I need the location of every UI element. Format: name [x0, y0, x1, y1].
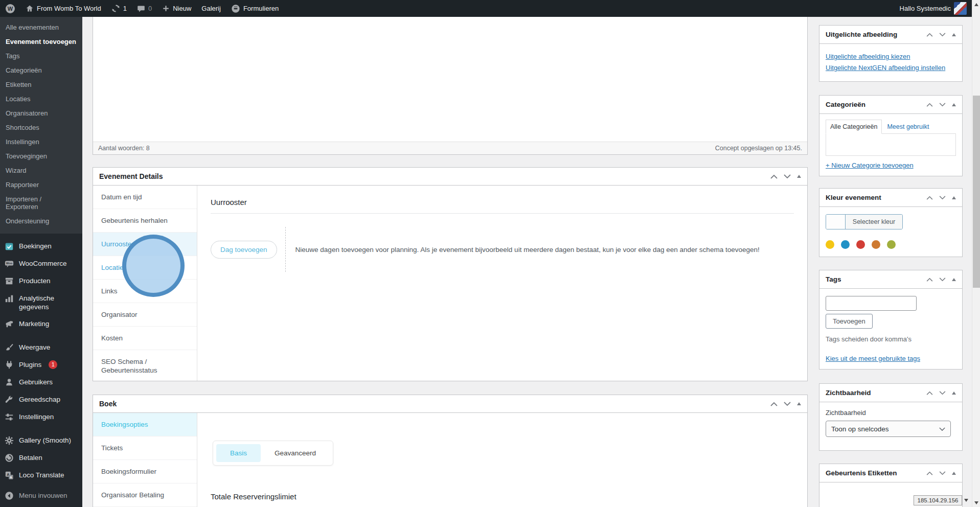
- sidebar-item-importeren-exporteren[interactable]: Importeren / Exporteren: [0, 192, 61, 214]
- move-up-icon[interactable]: [926, 196, 933, 200]
- tab-most-used[interactable]: Meest gebruikt: [882, 120, 934, 133]
- choose-tags-link[interactable]: Kies uit de meest gebruikte tags: [826, 355, 920, 362]
- sidebar-item-plugins[interactable]: Plugins 1: [0, 356, 82, 374]
- move-up-icon[interactable]: [926, 33, 933, 37]
- sidebar-item-rapporteer[interactable]: Rapporteer: [0, 178, 82, 192]
- sidebar-item-instellingen[interactable]: Instellingen: [0, 408, 82, 426]
- color-dot-yellow[interactable]: [826, 240, 834, 249]
- panel-header[interactable]: Tags: [819, 270, 962, 289]
- sidebar-item-instellingen-sub[interactable]: Instellingen: [0, 135, 82, 149]
- sidebar-item-woocommerce[interactable]: Woo WooCommerce: [0, 255, 82, 272]
- collapse-menu-button[interactable]: Menu invouwen: [0, 487, 82, 504]
- page-scrollbar[interactable]: [972, 0, 980, 507]
- tab-boekingsopties[interactable]: Boekingsopties: [93, 413, 197, 436]
- tab-boekingsformulier[interactable]: Boekingsformulier: [93, 460, 197, 483]
- new-content-menu[interactable]: Nieuw: [157, 0, 196, 17]
- sidebar-item-producten[interactable]: Producten: [0, 272, 82, 290]
- add-day-button[interactable]: Dag toevoegen: [211, 241, 277, 259]
- sidebar-item-organisatoren[interactable]: Organisatoren: [0, 106, 82, 121]
- set-featured-image-link[interactable]: Uitgelichte afbeelding kiezen: [826, 53, 956, 60]
- color-dot-green[interactable]: [887, 240, 896, 249]
- tab-organisator[interactable]: Organisator: [93, 303, 197, 327]
- sidebar-item-ondersteuning[interactable]: Ondersteuning: [0, 214, 82, 228]
- move-down-icon[interactable]: [939, 278, 946, 282]
- move-up-icon[interactable]: [926, 103, 933, 107]
- color-dot-red[interactable]: [856, 240, 865, 249]
- sidebar-item-marketing[interactable]: Marketing: [0, 315, 82, 333]
- forms-menu[interactable]: Formulieren: [226, 0, 284, 17]
- sidebar-item-alle-evenementen[interactable]: Alle evenementen: [0, 20, 82, 35]
- sidebar-item-gebruikers[interactable]: Gebruikers: [0, 374, 82, 391]
- sidebar-item-analytics[interactable]: Analytische gegevens: [0, 290, 82, 315]
- sidebar-item-evenement-toevoegen[interactable]: Evenement toevoegen: [0, 35, 82, 49]
- tab-tickets[interactable]: Tickets: [93, 436, 197, 460]
- sidebar-item-wizard[interactable]: Wizard: [0, 164, 82, 178]
- tab-all-categories[interactable]: Alle Categorieën: [826, 120, 882, 134]
- visibility-select[interactable]: Toon op snelcodes: [826, 421, 951, 437]
- sidebar-item-shortcodes[interactable]: Shortcodes: [0, 121, 82, 135]
- color-picker-button[interactable]: Selecteer kleur: [826, 214, 903, 229]
- toggle-panel-icon[interactable]: [952, 391, 956, 395]
- add-tag-button[interactable]: Toevoegen: [826, 314, 873, 329]
- post-editor-area[interactable]: Aantal woorden: 8 Concept opgeslagen op …: [93, 17, 808, 155]
- book-header[interactable]: Boek: [93, 395, 807, 413]
- tags-input[interactable]: [826, 296, 917, 311]
- sidebar-item-loco-translate[interactable]: Aa Loco Translate: [0, 467, 82, 484]
- add-category-link[interactable]: + Nieuw Categorie toevoegen: [826, 162, 914, 169]
- move-down-icon[interactable]: [784, 174, 791, 179]
- toggle-panel-icon[interactable]: [952, 33, 956, 36]
- toggle-panel-icon[interactable]: [952, 278, 956, 281]
- sidebar-item-etiketten[interactable]: Etiketten: [0, 78, 82, 92]
- move-up-icon[interactable]: [926, 278, 933, 282]
- move-up-icon[interactable]: [926, 471, 933, 475]
- move-down-icon[interactable]: [939, 103, 946, 107]
- sidebar-item-betalen[interactable]: Betalen: [0, 449, 82, 467]
- move-down-icon[interactable]: [939, 471, 946, 475]
- category-list[interactable]: [826, 133, 956, 156]
- sidebar-item-gallery-smooth[interactable]: Gallery (Smooth): [0, 432, 82, 449]
- scrollbar-thumb[interactable]: [973, 96, 980, 288]
- move-up-icon[interactable]: [770, 402, 778, 406]
- gallery-menu[interactable]: Galerij: [196, 0, 226, 17]
- scroll-up-button[interactable]: [972, 0, 980, 9]
- set-nextgen-image-link[interactable]: Uitgelichte NextGEN afbeelding instellen: [826, 64, 956, 72]
- sidebar-item-toevoegingen[interactable]: Toevoegingen: [0, 149, 82, 164]
- tab-kosten[interactable]: Kosten: [93, 327, 197, 350]
- color-dot-orange[interactable]: [872, 240, 880, 249]
- panel-header[interactable]: Kleur evenement: [819, 189, 962, 207]
- color-dot-blue[interactable]: [841, 240, 850, 249]
- sidebar-item-locaties[interactable]: Locaties: [0, 92, 82, 106]
- sidebar-item-categorieen[interactable]: Categorieën: [0, 63, 82, 78]
- toggle-panel-icon[interactable]: [952, 472, 956, 475]
- sidebar-item-weergave[interactable]: Weergave: [0, 339, 82, 356]
- toggle-panel-icon[interactable]: [797, 402, 801, 405]
- tab-locatie[interactable]: Locatie: [93, 256, 197, 280]
- scroll-down-button[interactable]: [972, 498, 980, 507]
- move-up-icon[interactable]: [770, 174, 778, 179]
- tab-seo-schema[interactable]: SEO Schema / Gebeurtenisstatus: [93, 350, 170, 382]
- panel-header[interactable]: Categorieën: [819, 96, 962, 114]
- panel-header[interactable]: Uitgelichte afbeelding: [819, 26, 962, 44]
- comments-menu[interactable]: 0: [132, 0, 157, 17]
- sidebar-item-tags[interactable]: Tags: [0, 49, 82, 63]
- toggle-panel-icon[interactable]: [797, 175, 801, 178]
- move-down-icon[interactable]: [939, 196, 946, 200]
- mode-basis[interactable]: Basis: [216, 444, 261, 462]
- tab-uurrooster[interactable]: Uurrooster: [93, 233, 197, 256]
- tab-datum-en-tijd[interactable]: Datum en tijd: [93, 186, 197, 209]
- account-menu[interactable]: Hallo Systemedic: [895, 0, 972, 17]
- tab-links[interactable]: Links: [93, 280, 197, 303]
- updates-menu[interactable]: 1: [106, 0, 132, 17]
- toggle-panel-icon[interactable]: [952, 103, 956, 106]
- move-down-icon[interactable]: [939, 33, 946, 37]
- sidebar-item-gereedschap[interactable]: Gereedschap: [0, 391, 82, 408]
- panel-header[interactable]: Zichtbaarheid: [819, 384, 962, 402]
- wp-logo-menu[interactable]: W: [0, 0, 20, 17]
- move-up-icon[interactable]: [926, 391, 933, 395]
- move-down-icon[interactable]: [784, 402, 791, 406]
- sidebar-item-boekingen[interactable]: Boekingen: [0, 238, 82, 255]
- move-down-icon[interactable]: [939, 391, 946, 395]
- event-details-header[interactable]: Evenement Details: [93, 168, 807, 186]
- panel-header[interactable]: Gebeurtenis Etiketten: [819, 464, 962, 482]
- toggle-panel-icon[interactable]: [952, 196, 956, 199]
